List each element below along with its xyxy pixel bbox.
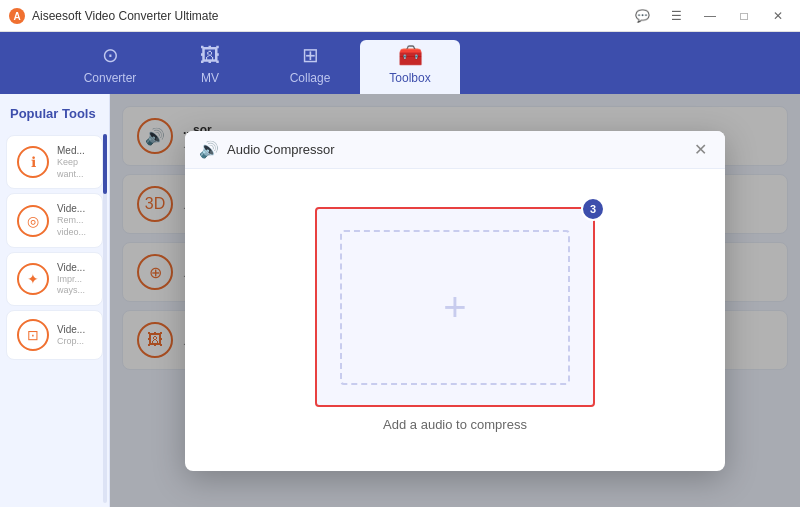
tab-converter[interactable]: ⊙ Converter	[60, 40, 160, 94]
enhancer-desc: Impr...ways...	[57, 274, 85, 297]
app-logo: A	[8, 7, 26, 25]
media-metadata-icon: ℹ	[17, 146, 49, 178]
message-button[interactable]: 💬	[628, 6, 656, 26]
tab-converter-label: Converter	[84, 71, 137, 85]
sidebar-item-video-cropper[interactable]: ⊡ Vide... Crop...	[6, 310, 103, 360]
video-enhancer-icon: ✦	[17, 263, 49, 295]
sidebar-scrollbar-thumb	[103, 134, 107, 194]
menu-button[interactable]: ☰	[662, 6, 690, 26]
modal-close-button[interactable]: ✕	[689, 138, 711, 160]
sidebar-item-media-metadata[interactable]: ℹ Med... Keepwant...	[6, 135, 103, 189]
video-watermark-icon: ◎	[17, 205, 49, 237]
sidebar: Popular Tools ℹ Med... Keepwant... ◎ Vid…	[0, 94, 110, 507]
drop-zone[interactable]: 3 +	[315, 207, 595, 407]
audio-compressor-modal: 🔊 Audio Compressor ✕ 3 + Add a audio to …	[185, 131, 725, 471]
sidebar-scrollbar[interactable]	[103, 134, 107, 503]
sidebar-item-video-watermark[interactable]: ◎ Vide... Rem...video...	[6, 193, 103, 247]
modal-body: 3 + Add a audio to compress	[185, 169, 725, 471]
video-cropper-icon: ⊡	[17, 319, 49, 351]
svg-text:A: A	[13, 11, 20, 22]
drop-zone-label: Add a audio to compress	[383, 417, 527, 432]
modal-title: Audio Compressor	[227, 142, 681, 157]
drop-zone-badge: 3	[581, 197, 605, 221]
sidebar-item-enhancer-text: Vide... Impr...ways...	[57, 261, 85, 297]
close-button[interactable]: ✕	[764, 6, 792, 26]
sidebar-item-video-enhancer[interactable]: ✦ Vide... Impr...ways...	[6, 252, 103, 306]
sidebar-item-cropper-text: Vide... Crop...	[57, 323, 85, 348]
mv-icon: 🖼	[200, 44, 220, 67]
tab-collage[interactable]: ⊞ Collage	[260, 40, 360, 94]
modal-header-icon: 🔊	[199, 140, 219, 159]
modal-overlay: 🔊 Audio Compressor ✕ 3 + Add a audio to …	[110, 94, 800, 507]
app-title: Aiseesoft Video Converter Ultimate	[32, 9, 628, 23]
sidebar-item-media-text: Med... Keepwant...	[57, 144, 85, 180]
modal-header: 🔊 Audio Compressor ✕	[185, 131, 725, 169]
close-icon: ✕	[694, 140, 707, 159]
tab-mv-label: MV	[201, 71, 219, 85]
media-title: Med...	[57, 144, 85, 157]
sidebar-item-watermark-text: Vide... Rem...video...	[57, 202, 86, 238]
sidebar-title: Popular Tools	[0, 106, 109, 131]
main-content: Popular Tools ℹ Med... Keepwant... ◎ Vid…	[0, 94, 800, 507]
tab-toolbox[interactable]: 🧰 Toolbox	[360, 40, 460, 94]
cropper-desc: Crop...	[57, 336, 85, 348]
content-area: 🔊 ...sor ...dio files to the ...u need 3…	[110, 94, 800, 507]
titlebar: A Aiseesoft Video Converter Ultimate 💬 ☰…	[0, 0, 800, 32]
media-desc: Keepwant...	[57, 157, 85, 180]
converter-icon: ⊙	[102, 43, 119, 67]
enhancer-title: Vide...	[57, 261, 85, 274]
maximize-button[interactable]: □	[730, 6, 758, 26]
drop-zone-inner: +	[340, 230, 570, 385]
plus-icon: +	[443, 287, 466, 327]
collage-icon: ⊞	[302, 43, 319, 67]
watermark-desc: Rem...video...	[57, 215, 86, 238]
tab-toolbox-label: Toolbox	[389, 71, 430, 85]
navbar: ⊙ Converter 🖼 MV ⊞ Collage 🧰 Toolbox	[0, 32, 800, 94]
minimize-button[interactable]: —	[696, 6, 724, 26]
toolbox-icon: 🧰	[398, 43, 423, 67]
cropper-title: Vide...	[57, 323, 85, 336]
window-controls: 💬 ☰ — □ ✕	[628, 6, 792, 26]
tab-collage-label: Collage	[290, 71, 331, 85]
watermark-title: Vide...	[57, 202, 86, 215]
tab-mv[interactable]: 🖼 MV	[160, 40, 260, 94]
